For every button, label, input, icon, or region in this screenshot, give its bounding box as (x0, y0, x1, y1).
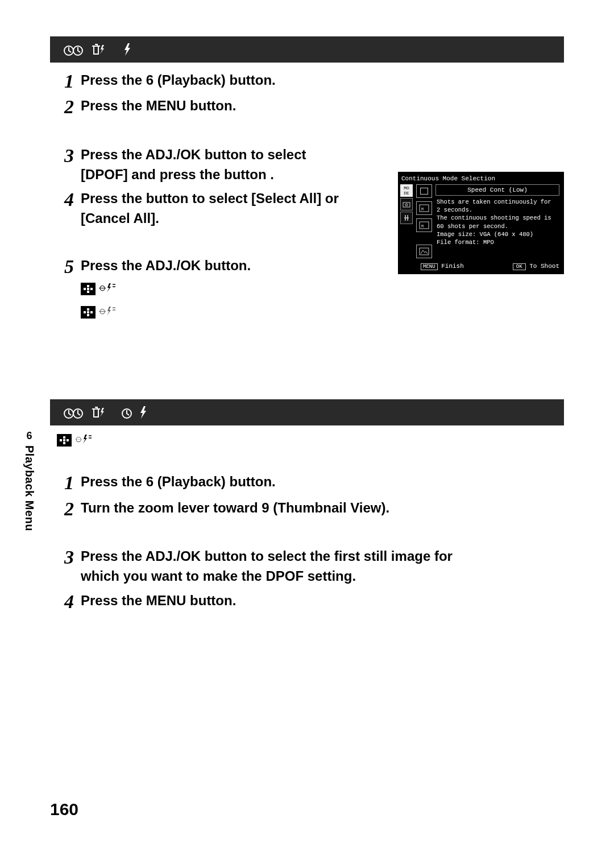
list-item: M (416, 218, 432, 232)
step-5-subicons: ⦵ ⦵ (81, 279, 487, 323)
timer-double-icon (63, 42, 84, 57)
svg-rect-24 (63, 436, 65, 439)
side-chapter-title: Playback Menu (23, 445, 36, 531)
no-flash-icon: ⦵ (75, 433, 92, 447)
svg-rect-28 (63, 439, 65, 441)
side-label: 6 Playback Menu (23, 430, 36, 531)
svg-rect-27 (67, 439, 69, 441)
step-text: Press the MENU button. (77, 591, 236, 611)
step-number: 3 (57, 145, 77, 166)
step-list-2: 1 Press the 6 (Playback) button. 2 Turn … (50, 472, 564, 612)
step-2: 2 Press the MENU button. (57, 96, 564, 117)
svg-rect-4 (84, 288, 86, 290)
no-flash-icon: ⦵ (99, 279, 116, 299)
step-text: Press the 6 (Playback) button. (77, 472, 276, 492)
svg-text:⦵: ⦵ (75, 435, 82, 444)
shot-info-line: File format: MPO (435, 238, 559, 246)
side-chapter-number: 6 (26, 430, 32, 442)
section2-subicons: ⦵ (57, 433, 564, 447)
svg-rect-9 (87, 314, 89, 316)
shot-info-line: The continuous shooting speed is 60 shot… (435, 214, 559, 230)
step-text: Press the ADJ./OK button to select [DPOF… (77, 145, 345, 185)
shot-title: Continuous Mode Selection (400, 174, 562, 184)
svg-text:M: M (421, 207, 424, 212)
svg-rect-6 (87, 288, 89, 290)
step-number: 3 (57, 547, 77, 568)
step-text: Press the MENU button. (77, 96, 487, 116)
step-number: 4 (57, 189, 77, 210)
shot-info-title: Speed Cont (Low) (435, 184, 559, 196)
page-number: 160 (50, 800, 78, 819)
shot-option-list: M M (414, 184, 433, 258)
step-text: Press the ADJ./OK button to select the f… (77, 547, 475, 586)
camera-screenshot: Continuous Mode Selection MODE M M Speed… (398, 172, 564, 274)
shot-footer-left: Finish (441, 263, 464, 270)
list-item (416, 245, 432, 258)
shot-info-line: Shots are taken continuously for 2 secon… (435, 198, 559, 214)
step-5-label: Press the ADJ./OK button. (81, 258, 251, 273)
dpad-icon (57, 434, 72, 447)
step-number: 2 (57, 96, 77, 117)
step-number: 1 (57, 71, 77, 92)
step-number: 2 (57, 498, 77, 519)
timer-icon (121, 406, 133, 419)
step-text: Turn the zoom lever toward 9 (Thumbnail … (77, 498, 389, 518)
section-header-2 (50, 399, 564, 425)
shot-ok-btn: OK (513, 263, 526, 270)
step-4b: 4 Press the MENU button. (57, 591, 564, 612)
svg-rect-5 (90, 288, 93, 290)
tab-mode: MODE (400, 184, 413, 197)
dpad-icon (81, 283, 96, 295)
svg-point-15 (405, 204, 408, 206)
shot-footer: MENU Finish OK To Shoot (400, 258, 562, 271)
list-item: M (416, 201, 432, 215)
svg-text:⦵: ⦵ (99, 284, 106, 292)
shot-info-line: Image size: VGA (640 x 480) (435, 230, 559, 238)
step-2b: 2 Turn the zoom lever toward 9 (Thumbnai… (57, 498, 564, 519)
svg-rect-2 (87, 285, 89, 287)
shot-info-panel: Speed Cont (Low) Shots are taken continu… (433, 184, 562, 258)
list-item (416, 184, 432, 198)
flash-icon (139, 406, 148, 419)
step-1: 1 Press the 6 (Playback) button. (57, 71, 564, 92)
timer-double-icon (63, 405, 84, 420)
step-3b: 3 Press the ADJ./OK button to select the… (57, 547, 564, 586)
shot-footer-right: To Shoot (529, 263, 559, 270)
tab-tools-icon (400, 212, 413, 224)
dpad-icon (81, 306, 96, 319)
svg-rect-12 (87, 311, 89, 313)
step-text: Press the button to select [Select All] … (77, 189, 345, 229)
shot-tab-strip: MODE (400, 184, 414, 258)
no-flash-icon: ⦵ (99, 303, 116, 323)
step-number: 1 (57, 472, 77, 493)
manual-page: 1 Press the 6 (Playback) button. 2 Press… (0, 0, 614, 868)
step-text: Press the 6 (Playback) button. (77, 71, 487, 90)
svg-rect-3 (87, 291, 89, 293)
shot-menu-btn: MENU (421, 263, 438, 270)
svg-text:M: M (421, 224, 424, 229)
step-1b: 1 Press the 6 (Playback) button. (57, 472, 564, 493)
svg-text:⦵: ⦵ (99, 307, 106, 316)
svg-rect-10 (84, 311, 86, 313)
step-number: 5 (57, 256, 77, 277)
step-number: 4 (57, 591, 77, 612)
svg-rect-11 (90, 311, 93, 313)
tab-camera-icon (400, 198, 413, 210)
svg-rect-25 (63, 442, 65, 444)
trash-flash-icon (90, 405, 107, 420)
flash-icon (123, 43, 132, 56)
section-header-1 (50, 36, 564, 63)
svg-rect-8 (87, 308, 89, 311)
svg-rect-26 (60, 439, 62, 441)
trash-flash-icon (90, 42, 107, 57)
svg-rect-14 (403, 202, 410, 207)
